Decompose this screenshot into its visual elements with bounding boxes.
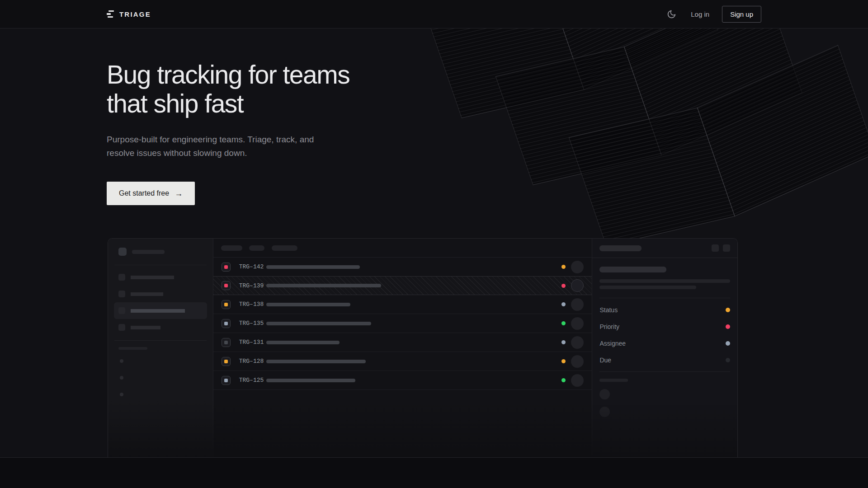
- moon-icon: [667, 9, 676, 19]
- issue-id: TRG–128: [239, 358, 266, 365]
- issue-id: TRG–135: [239, 320, 266, 327]
- skeleton-bar: [118, 347, 147, 350]
- issue-row: TRG–125: [213, 371, 592, 390]
- get-started-button[interactable]: Get started free →: [107, 182, 195, 205]
- comment-avatar-skeleton: [599, 407, 610, 417]
- detail-panel-body: Status Priority Assignee Due: [592, 258, 737, 417]
- comment-avatar-skeleton: [599, 389, 610, 399]
- issue-type-dot: [224, 341, 228, 344]
- field-row: Priority: [599, 318, 730, 335]
- issue-id: TRG–139: [239, 282, 266, 289]
- field-label: Due: [599, 357, 611, 364]
- logo-bar: [108, 10, 114, 12]
- skeleton-bar: [599, 379, 628, 382]
- assignee-avatar: [571, 298, 584, 311]
- sidebar-nav-item: [108, 269, 213, 286]
- field-row: Assignee: [599, 335, 730, 352]
- signup-button[interactable]: Sign up: [722, 6, 761, 23]
- filter-pill-skeleton: [221, 245, 242, 251]
- title-line-1: Bug tracking for teams: [107, 60, 868, 89]
- issue-type-dot: [224, 322, 228, 325]
- issue-type-icon: [222, 319, 231, 328]
- field-label: Status: [599, 306, 618, 314]
- login-link[interactable]: Log in: [691, 10, 709, 18]
- divider: [599, 298, 730, 298]
- skeleton-dot: [120, 376, 123, 380]
- field-row: Status: [599, 301, 730, 318]
- status-dot: [561, 265, 566, 269]
- issue-title-skeleton: [266, 303, 350, 306]
- sidebar-nav-item: [108, 319, 213, 336]
- field-label: Assignee: [599, 340, 626, 347]
- subtitle-line-1: Purpose-built for engineering teams. Tri…: [107, 133, 868, 146]
- issue-title-skeleton: [599, 267, 666, 272]
- divider: [599, 371, 730, 372]
- assignee-avatar: [571, 317, 584, 330]
- arrow-right-icon: →: [175, 189, 183, 197]
- issue-title-skeleton: [266, 322, 371, 325]
- workspace-avatar-skeleton: [118, 248, 127, 256]
- filter-pill-skeleton: [272, 245, 297, 251]
- theme-toggle-button[interactable]: [665, 8, 678, 21]
- divider: [114, 265, 207, 265]
- issue-type-icon: [222, 263, 231, 272]
- sidebar-nav-item: [108, 286, 213, 302]
- issue-title-skeleton: [266, 265, 360, 269]
- issue-title-skeleton: [266, 379, 355, 382]
- divider: [114, 340, 207, 341]
- issue-list: TRG–142 TRG–139 TRG–138: [213, 239, 592, 458]
- skeleton-bar: [132, 250, 165, 254]
- issue-type-icon: [222, 338, 231, 347]
- priority-dot: [726, 324, 730, 329]
- issue-row: TRG–142: [213, 258, 592, 277]
- panel-action-skeleton: [712, 244, 719, 252]
- app-mockup: TRG–142 TRG–139 TRG–138: [108, 238, 738, 458]
- detail-panel-header: [592, 239, 737, 258]
- status-dot: [561, 340, 566, 344]
- get-started-label: Get started free: [119, 189, 169, 197]
- skeleton-bar: [131, 276, 174, 279]
- sidebar-nav-item-active: [114, 302, 207, 319]
- issue-row: TRG–135: [213, 314, 592, 333]
- workspace-row: [108, 248, 213, 256]
- page-title: Bug tracking for teams that ship fast: [107, 60, 868, 118]
- detail-panel: Status Priority Assignee Due: [592, 239, 737, 458]
- assignee-avatar: [571, 336, 584, 349]
- brand-name: TRIAGE: [119, 10, 151, 18]
- nav-icon-skeleton: [118, 291, 125, 297]
- brand-logo[interactable]: TRIAGE: [107, 10, 151, 18]
- assignee-avatar: [571, 374, 584, 387]
- issue-title-skeleton: [266, 360, 366, 363]
- description-skeleton: [599, 279, 730, 283]
- triage-logo-icon: [107, 10, 114, 18]
- field-label: Priority: [599, 323, 619, 330]
- issue-list-header: [213, 239, 592, 258]
- issue-id: TRG–125: [239, 377, 266, 384]
- skeleton-dot: [120, 393, 123, 396]
- hero-section: Bug tracking for teams that ship fast Pu…: [0, 28, 868, 458]
- issue-row: TRG–138: [213, 295, 592, 314]
- skeleton-dot: [120, 359, 123, 363]
- skeleton-bar: [131, 326, 160, 329]
- status-dot: [561, 302, 566, 306]
- issue-row: TRG–131: [213, 333, 592, 352]
- skeleton-bar: [131, 309, 185, 313]
- issue-type-dot: [224, 379, 228, 382]
- title-line-2: that ship fast: [107, 89, 868, 118]
- assignee-avatar: [571, 261, 584, 273]
- status-dot: [561, 359, 566, 363]
- issue-id: TRG–142: [239, 263, 266, 270]
- panel-action-skeleton: [723, 244, 730, 252]
- issue-type-dot: [224, 303, 228, 306]
- issue-id: TRG–138: [239, 301, 266, 308]
- mockup-sidebar: [108, 239, 213, 458]
- subtitle-line-2: resolve issues without slowing down.: [107, 146, 868, 160]
- description-skeleton: [599, 286, 696, 289]
- assignee-avatar: [571, 279, 584, 292]
- nav-icon-skeleton: [118, 274, 125, 281]
- panel-header-actions: [712, 244, 730, 252]
- top-nav: TRIAGE Log in Sign up: [0, 0, 868, 28]
- skeleton-bar: [599, 245, 642, 251]
- hero-subtitle: Purpose-built for engineering teams. Tri…: [107, 133, 868, 160]
- filter-pill-skeleton: [249, 245, 264, 251]
